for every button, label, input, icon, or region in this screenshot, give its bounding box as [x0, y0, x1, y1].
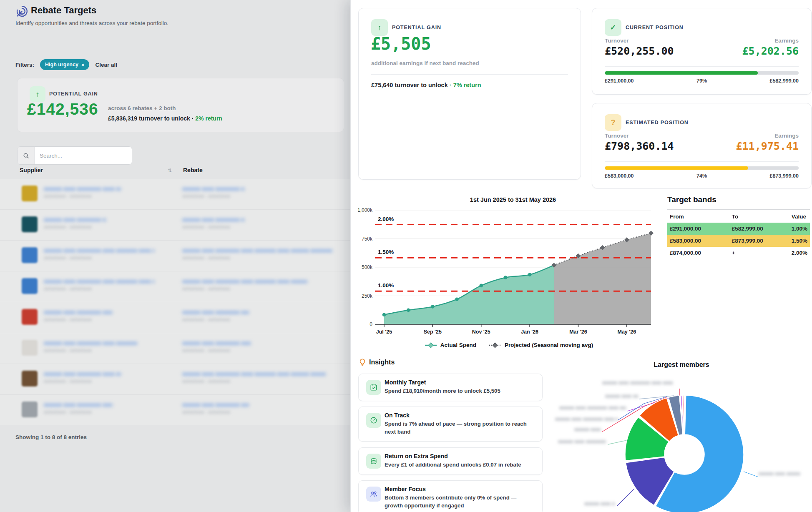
date-range-blurred: xx/xx/xxxx - xx/xx/xxxx	[182, 224, 245, 230]
search-icon	[18, 147, 35, 164]
rebate-link[interactable]: xxxxxx xxxx xxxxxxxx xxxx xxxxxxx xxxx x…	[182, 402, 249, 408]
svg-text:Sep '25: Sep '25	[424, 329, 442, 335]
member-label-blurred: xxxxxx xxxx xxxxxxxx xxxx xxxxxxx xxxx x…	[559, 405, 626, 411]
detail-panel: ↑ POTENTIAL GAIN £5,505 additional earni…	[350, 0, 812, 512]
clear-all-button[interactable]: Clear all	[95, 62, 117, 68]
legend-item[interactable]: Actual Spend	[425, 342, 476, 348]
rebate-cell: xxxxxx xxxx xxxxxxxx xxxx xxxxxxx xxxx x…	[182, 402, 249, 415]
rebate-link[interactable]: xxxxxx xxxx xxxxxxxx xxxx xxxxxxx xxxx x…	[182, 278, 307, 284]
rebate-link[interactable]: xxxxxx xxxx xxxxxxxx xxxx xxxxxxx xxxx x…	[182, 371, 326, 377]
member-label-blurred: xxxxxx xxxx xxxxxxxx xxxx xxxxxxx xxxx x…	[584, 501, 615, 507]
page-subtitle: Identify opportunities and threats acros…	[15, 20, 168, 26]
supplier-link[interactable]: xxxxxx xxxx xxxxxxxx xxxx xxxxxxx xxxx x…	[44, 402, 113, 408]
gauge-icon	[366, 413, 381, 428]
rebate-link[interactable]: xxxxxx xxxx xxxxxxxx xxxx xxxxxxx xxxx x…	[182, 247, 332, 253]
turnover-label: Turnover	[605, 38, 674, 44]
chip-close-icon[interactable]: ×	[81, 62, 85, 68]
bands-col-to: To	[729, 210, 789, 223]
supplier-logo	[22, 340, 38, 356]
earnings-label: Earnings	[736, 133, 799, 139]
supplier-cell: xxxxxx xxxx xxxxxxxx xxxx xxxxxxx xxxx x…	[44, 371, 121, 384]
rebate-cell: xxxxxx xxxx xxxxxxxx xxxx xxxxxxx xxxx x…	[182, 278, 307, 291]
target-band-row: £291,000.00£582,999.001.00%	[667, 223, 810, 235]
svg-text:1.00%: 1.00%	[378, 282, 394, 289]
filter-chip-label: High urgency	[45, 62, 78, 68]
date-range-blurred: xx/xx/xxxx - xx/xx/xxxx	[44, 224, 106, 230]
calendar-check-icon	[366, 380, 381, 395]
svg-text:750k: 750k	[362, 236, 373, 242]
estimated-progress-labels: £583,000.00 74% £873,999.00	[605, 173, 799, 179]
current-progress-bar	[605, 71, 799, 75]
date-range-blurred: xx/xx/xxxx - xx/xx/xxxx	[182, 255, 245, 261]
turnover-value: £798,360.14	[605, 140, 674, 152]
insight-description: Spend £18,910/month more to unlock £5,50…	[385, 387, 534, 395]
summary-line1: across 6 rebates + 2 both	[108, 105, 176, 111]
supplier-logo	[22, 371, 38, 387]
date-range-blurred: xx/xx/xxxx - xx/xx/xxxx	[182, 286, 245, 291]
legend-item[interactable]: Projected (Seasonal moving avg)	[489, 342, 593, 348]
question-icon: ?	[605, 114, 621, 131]
date-range-blurred: xx/xx/xxxx - xx/xx/xxxx	[44, 286, 106, 291]
column-header-supplier[interactable]: Supplier	[20, 167, 43, 173]
supplier-link[interactable]: xxxxxx xxxx xxxxxxxx xxxx xxxxxxx xxxx x…	[44, 371, 121, 377]
supplier-cell: xxxxxx xxxx xxxxxxxx xxxx xxxxxxx xxxx x…	[44, 340, 138, 353]
date-range-blurred: xx/xx/xxxx - xx/xx/xxxx	[44, 317, 106, 322]
insight-title: Return on Extra Spend	[385, 453, 448, 459]
rebate-cell: xxxxxx xxxx xxxxxxxx xxxx xxxxxxx xxxx x…	[182, 247, 332, 261]
supplier-link[interactable]: xxxxxx xxxx xxxxxxxx xxxx xxxxxxx xxxx x…	[44, 247, 154, 253]
estimated-position-label: ESTIMATED POSITION	[626, 120, 689, 125]
rebate-link[interactable]: xxxxxx xxxx xxxxxxxx xxxx xxxxxxx xxxx x…	[182, 309, 249, 315]
svg-text:Mar '26: Mar '26	[569, 329, 587, 335]
member-label-blurred: xxxxxx xxxx xxxxxxxx xxxx xxxxxxx xxxx x…	[759, 471, 800, 477]
supplier-cell: xxxxxx xxxx xxxxxxxx xxxx xxxxxxx xxxx x…	[44, 216, 106, 230]
lightbulb-icon	[359, 359, 366, 366]
date-range-blurred: xx/xx/xxxx - xx/xx/xxxx	[182, 317, 245, 322]
rebate-link[interactable]: xxxxxx xxxx xxxxxxxx xxxx xxxxxxx xxxx x…	[182, 216, 245, 223]
rebate-targets-screen: Rebate Targets Identify opportunities an…	[0, 0, 812, 512]
supplier-logo	[22, 278, 38, 294]
date-range-blurred: xx/xx/xxxx - xx/xx/xxxx	[44, 409, 106, 415]
rebate-link[interactable]: xxxxxx xxxx xxxxxxxx xxxx xxxxxxx xxxx x…	[182, 186, 245, 192]
supplier-link[interactable]: xxxxxx xxxx xxxxxxxx xxxx xxxxxxx xxxx x…	[44, 309, 113, 315]
bands-col-from: From	[667, 210, 729, 223]
svg-text:1.50%: 1.50%	[378, 249, 394, 255]
check-icon: ✓	[605, 19, 621, 36]
supplier-logo	[22, 309, 38, 325]
supplier-logo	[22, 216, 38, 232]
supplier-link[interactable]: xxxxxx xxxx xxxxxxxx xxxx xxxxxxx xxxx x…	[44, 216, 106, 223]
gain-card-label: POTENTIAL GAIN	[392, 25, 441, 30]
summary-line2: £5,836,319 turnover to unlock · 2% retur…	[108, 115, 222, 122]
filters-row: Filters: High urgency × Clear all	[15, 59, 117, 70]
sort-icon[interactable]: ⇅	[168, 168, 172, 173]
supplier-cell: xxxxxx xxxx xxxxxxxx xxxx xxxxxxx xxxx x…	[44, 278, 154, 291]
donut-leader-line	[617, 489, 634, 506]
supplier-link[interactable]: xxxxxx xxxx xxxxxxxx xxxx xxxxxxx xxxx x…	[44, 278, 154, 284]
column-header-rebate[interactable]: Rebate	[183, 167, 203, 173]
turnover-block: Turnover £798,360.14	[605, 133, 674, 152]
rebate-cell: xxxxxx xxxx xxxxxxxx xxxx xxxxxxx xxxx x…	[182, 309, 249, 322]
insight-title: Monthly Target	[385, 379, 426, 386]
search-input[interactable]	[35, 147, 132, 164]
band-min: £583,000.00	[605, 173, 634, 179]
date-range-blurred: xx/xx/xxxx - xx/xx/xxxx	[44, 193, 106, 199]
supplier-link[interactable]: xxxxxx xxxx xxxxxxxx xxxx xxxxxxx xxxx x…	[44, 340, 138, 346]
rebate-cell: xxxxxx xxxx xxxxxxxx xxxx xxxxxxx xxxx x…	[182, 216, 245, 230]
rebate-cell: xxxxxx xxxx xxxxxxxx xxxx xxxxxxx xxxx x…	[182, 340, 251, 353]
date-range-blurred: xx/xx/xxxx - xx/xx/xxxx	[44, 255, 106, 261]
supplier-link[interactable]: xxxxxx xxxx xxxxxxxx xxxx xxxxxxx xxxx x…	[44, 186, 121, 192]
current-position-label: CURRENT POSITION	[626, 25, 684, 30]
svg-text:500k: 500k	[362, 264, 373, 270]
band-max: £873,999.00	[769, 173, 799, 179]
insight-title: Member Focus	[385, 486, 426, 492]
svg-text:250k: 250k	[362, 293, 373, 299]
largest-members-section: Largest members xxxxxx xxxx xxxxxxxx xxx…	[547, 359, 812, 512]
filter-chip-high-urgency[interactable]: High urgency ×	[40, 59, 89, 70]
insight-card-member-focus: Member FocusBottom 3 members contribute …	[358, 480, 543, 512]
svg-text:1,000k: 1,000k	[358, 207, 373, 213]
rebate-link[interactable]: xxxxxx xxxx xxxxxxxx xxxx xxxxxxx xxxx x…	[182, 340, 251, 346]
divider	[371, 74, 568, 75]
rebate-cell: xxxxxx xxxx xxxxxxxx xxxx xxxxxxx xxxx x…	[182, 371, 326, 384]
svg-text:May '26: May '26	[617, 329, 636, 335]
svg-text:0: 0	[370, 321, 372, 327]
date-range-blurred: xx/xx/xxxx - xx/xx/xxxx	[44, 348, 106, 353]
